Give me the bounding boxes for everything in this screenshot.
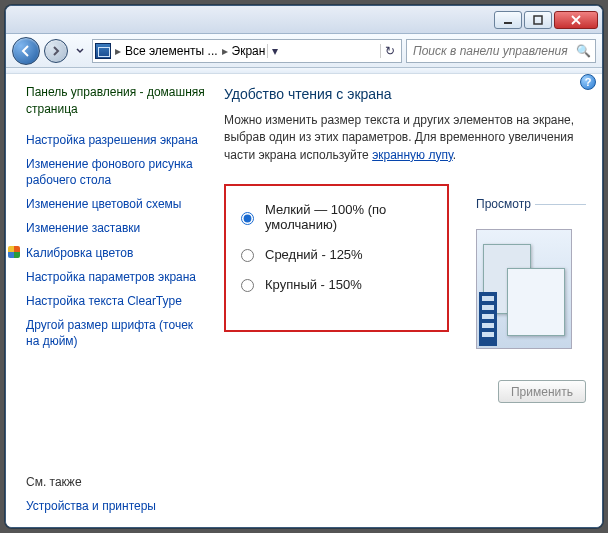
maximize-button[interactable] xyxy=(524,11,552,29)
option-medium[interactable]: Средний - 125% xyxy=(236,246,437,262)
forward-arrow-icon xyxy=(50,45,62,57)
option-medium-label: Средний - 125% xyxy=(265,247,363,262)
sidebar-item-color-scheme[interactable]: Изменение цветовой схемы xyxy=(26,196,206,212)
sidebar-item-display-params[interactable]: Настройка параметров экрана xyxy=(26,269,206,285)
radio-small[interactable] xyxy=(241,212,254,225)
sidebar-home-link[interactable]: Панель управления - домашняя страница xyxy=(26,84,206,118)
preview-image xyxy=(476,229,572,349)
search-box[interactable]: 🔍 xyxy=(406,39,596,63)
magnifier-link[interactable]: экранную лупу xyxy=(372,148,453,162)
desc-text-2: . xyxy=(453,148,456,162)
preview-taskbar-icon xyxy=(479,292,497,346)
sidebar-item-screensaver[interactable]: Изменение заставки xyxy=(26,220,206,236)
apply-button[interactable]: Применить xyxy=(498,380,586,403)
sidebar: Панель управления - домашняя страница На… xyxy=(6,74,218,527)
see-also-header: См. также xyxy=(26,475,206,489)
page-description: Можно изменить размер текста и других эл… xyxy=(224,112,586,164)
breadcrumb-display[interactable]: Экран xyxy=(232,44,266,58)
option-small[interactable]: Мелкий — 100% (по умолчанию) xyxy=(236,202,437,232)
control-panel-icon xyxy=(95,43,111,59)
apply-row: Применить xyxy=(224,380,586,403)
content-pane: Удобство чтения с экрана Можно изменить … xyxy=(218,74,602,527)
titlebar xyxy=(6,6,602,34)
svg-rect-0 xyxy=(504,22,512,24)
back-arrow-icon xyxy=(19,44,33,58)
preview-header: Просмотр xyxy=(476,204,586,221)
close-icon xyxy=(571,15,581,25)
radio-large[interactable] xyxy=(241,279,254,292)
breadcrumb[interactable]: ▸ Все элементы ... ▸ Экран ▾ ↻ xyxy=(92,39,402,63)
page-title: Удобство чтения с экрана xyxy=(224,86,586,102)
option-large[interactable]: Крупный - 150% xyxy=(236,276,437,292)
search-icon: 🔍 xyxy=(576,44,591,58)
sidebar-see-also: См. также Устройства и принтеры xyxy=(26,475,206,513)
refresh-button[interactable]: ↻ xyxy=(380,44,399,58)
svg-rect-1 xyxy=(534,16,542,24)
breadcrumb-dropdown[interactable]: ▾ xyxy=(267,44,282,58)
chevron-down-icon xyxy=(76,47,84,55)
dpi-options-group: Мелкий — 100% (по умолчанию) Средний - 1… xyxy=(224,184,449,332)
back-button[interactable] xyxy=(12,37,40,65)
breadcrumb-separator[interactable]: ▸ xyxy=(220,44,230,58)
sidebar-item-wallpaper[interactable]: Изменение фонового рисунка рабочего стол… xyxy=(26,156,206,188)
minimize-button[interactable] xyxy=(494,11,522,29)
see-also-devices-printers[interactable]: Устройства и принтеры xyxy=(26,499,156,513)
nav-history-dropdown[interactable] xyxy=(72,39,88,63)
minimize-icon xyxy=(503,15,513,25)
preview-panel: Просмотр xyxy=(476,204,586,349)
option-small-label: Мелкий — 100% (по умолчанию) xyxy=(265,202,437,232)
control-panel-window: ▸ Все элементы ... ▸ Экран ▾ ↻ 🔍 ? Панел… xyxy=(5,5,603,528)
option-large-label: Крупный - 150% xyxy=(265,277,362,292)
maximize-icon xyxy=(533,15,543,25)
sidebar-item-custom-dpi[interactable]: Другой размер шрифта (точек на дюйм) xyxy=(26,317,206,349)
preview-header-text: Просмотр xyxy=(476,197,535,211)
breadcrumb-separator[interactable]: ▸ xyxy=(113,44,123,58)
breadcrumb-all-items[interactable]: Все элементы ... xyxy=(125,44,218,58)
sidebar-task-list: Настройка разрешения экрана Изменение фо… xyxy=(26,132,206,350)
sidebar-item-cleartype[interactable]: Настройка текста ClearType xyxy=(26,293,206,309)
close-button[interactable] xyxy=(554,11,598,29)
address-bar: ▸ Все элементы ... ▸ Экран ▾ ↻ 🔍 xyxy=(6,34,602,68)
search-input[interactable] xyxy=(411,43,576,59)
body: Панель управления - домашняя страница На… xyxy=(6,74,602,527)
forward-button[interactable] xyxy=(44,39,68,63)
preview-window-icon xyxy=(507,268,565,336)
sidebar-item-resolution[interactable]: Настройка разрешения экрана xyxy=(26,132,206,148)
sidebar-item-calibrate-color[interactable]: Калибровка цветов xyxy=(26,245,206,261)
radio-medium[interactable] xyxy=(241,249,254,262)
